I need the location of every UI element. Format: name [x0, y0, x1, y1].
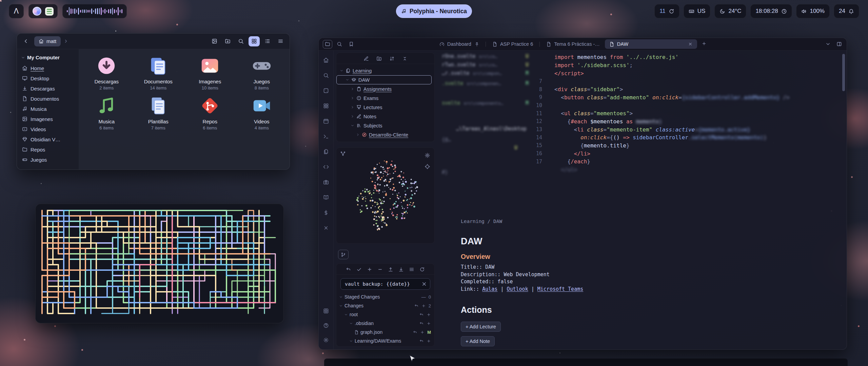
action-button-add-note[interactable]: + Add Note	[461, 336, 495, 346]
app-icon-2[interactable]	[45, 7, 54, 16]
ribbon-vault-icon[interactable]	[321, 306, 331, 316]
sidebar-item-obsidian-v[interactable]: Obsidian V…	[17, 134, 79, 144]
ribbon-grid-icon[interactable]	[321, 101, 331, 111]
weather-module[interactable]: 24°C	[714, 4, 746, 18]
git-plus-icon[interactable]	[367, 267, 372, 272]
discard-icon[interactable]	[419, 339, 424, 343]
tab-tema-6-pr-cticas[interactable]: Tema 6 Prácticas -…	[542, 39, 604, 49]
preview-button[interactable]	[209, 36, 220, 46]
git-minus-icon[interactable]	[377, 267, 383, 272]
notifications-module[interactable]: 24	[834, 4, 859, 18]
git-row-root[interactable]: root	[336, 310, 434, 319]
sidebar-toggle-search[interactable]	[335, 40, 344, 48]
sidebar-item-videos[interactable]: Videos	[17, 124, 79, 134]
ribbon-calendar-icon[interactable]	[321, 116, 331, 126]
ribbon-gear-icon[interactable]	[321, 335, 331, 345]
tree-item-lectures[interactable]: Lectures	[336, 103, 434, 112]
note-breadcrumb[interactable]: Learning / DAW	[461, 219, 583, 224]
explorer-sort-icon[interactable]	[389, 56, 395, 61]
sidebar-item-imagenes[interactable]: Imagenes	[17, 114, 79, 124]
discard-icon[interactable]	[413, 330, 417, 334]
tree-item-subjects[interactable]: Subjects	[336, 121, 434, 130]
action-button-add-lecture[interactable]: + Add Lecture	[461, 322, 501, 332]
stage-icon[interactable]	[427, 339, 431, 343]
git-row-changes[interactable]: Changes 2	[336, 301, 434, 310]
editor-scrollbar[interactable]	[842, 54, 845, 91]
volume-module[interactable]: 100%	[796, 4, 830, 18]
sidebar-toggle-bookmark[interactable]	[347, 40, 356, 48]
menu-button[interactable]	[275, 36, 286, 46]
git-branch-button[interactable]	[338, 250, 349, 259]
ribbon-dice-icon[interactable]	[321, 85, 331, 96]
tree-item-desarrollo-cliente[interactable]: Desarrollo-Cliente	[336, 130, 434, 139]
ribbon-home-icon[interactable]	[321, 55, 331, 65]
git-row-learning-daw-exams[interactable]: Learning/DAW/Exams	[336, 337, 434, 345]
git-row-graph-json[interactable]: graph.json M	[336, 328, 434, 337]
sidebar-item-repos[interactable]: Repos	[17, 144, 79, 155]
git-upload-icon[interactable]	[388, 267, 393, 272]
ribbon-book-open-icon[interactable]	[321, 192, 331, 203]
sidebar-item-desktop[interactable]: Desktop	[17, 73, 79, 83]
stage-icon[interactable]	[420, 330, 425, 334]
git-check-icon[interactable]	[356, 267, 362, 272]
git-refresh-icon[interactable]	[419, 267, 425, 272]
now-playing-widget[interactable]: Polyphia - Neurotica	[396, 4, 472, 18]
sidebar-item-documentos[interactable]: Documentos	[17, 94, 79, 104]
ribbon-terminal-icon[interactable]	[321, 131, 331, 142]
editor-pane[interactable]: rOne.sveltesrc\co… U rTwo.sveltesrc\co… …	[440, 50, 847, 349]
ribbon-dollar-icon[interactable]	[321, 207, 331, 218]
tab-asp-practice-6[interactable]: ASP Practice 6	[488, 39, 537, 49]
tree-item-learning[interactable]: Learning	[336, 66, 434, 75]
sidebar-item-home[interactable]: Home	[17, 63, 79, 73]
clock-module[interactable]: 18:08:28	[750, 4, 792, 18]
note-link-aulas[interactable]: Aulas	[482, 286, 497, 292]
git-download2-icon[interactable]	[398, 267, 404, 272]
explorer-pencil-icon[interactable]	[363, 56, 369, 61]
tree-item-notes[interactable]: Notes	[336, 112, 434, 121]
ribbon-camera-icon[interactable]	[321, 177, 331, 187]
graph-settings-icon[interactable]	[425, 152, 430, 158]
sidebar-header[interactable]: My Computer	[17, 52, 79, 63]
discard-icon[interactable]	[419, 312, 424, 317]
git-menu-icon[interactable]	[409, 267, 414, 272]
tree-item-daw[interactable]: DAW	[336, 75, 432, 84]
stage-icon[interactable]	[421, 304, 426, 308]
search-button[interactable]	[235, 36, 246, 46]
folder-item-juegos[interactable]: Juegos 8 items	[236, 53, 288, 90]
git-row-staged-changes[interactable]: Staged Changes — 0	[336, 292, 434, 301]
sidebar-toggle-folder[interactable]	[323, 40, 332, 48]
ribbon-help-icon[interactable]	[321, 320, 331, 331]
git-row-obsidian[interactable]: .obsidian	[336, 319, 434, 328]
grid-view-button[interactable]	[249, 36, 260, 46]
explorer-collapse-icon[interactable]	[402, 56, 408, 61]
commit-message-input[interactable]	[340, 278, 430, 290]
tab-list-dropdown-icon[interactable]	[825, 41, 831, 47]
new-tab-button[interactable]	[701, 40, 708, 48]
breadcrumb[interactable]: matt	[34, 36, 61, 46]
tab-daw[interactable]: DAW	[605, 39, 697, 49]
folder-item-musica[interactable]: Musica 6 items	[81, 93, 133, 130]
stage-icon[interactable]	[427, 321, 431, 326]
ribbon-search-icon[interactable]	[321, 70, 331, 81]
tree-item-assignments[interactable]: Assignments	[336, 84, 434, 94]
folder-item-repos[interactable]: Repos 6 items	[184, 93, 236, 130]
new-folder-button[interactable]	[222, 36, 233, 46]
discard-icon[interactable]	[419, 321, 424, 326]
discard-icon[interactable]	[414, 304, 419, 308]
back-button[interactable]	[20, 36, 32, 46]
launcher-button[interactable]: Λ	[9, 4, 24, 18]
graph-canvas[interactable]	[336, 148, 435, 243]
folder-item-imagenes[interactable]: Imagenes 10 items	[184, 53, 236, 90]
ribbon-close-icon[interactable]	[321, 223, 331, 233]
sidebar-item-juegos[interactable]: Juegos	[17, 155, 79, 165]
updates-module[interactable]: 11	[654, 4, 679, 18]
git-undo-icon[interactable]	[346, 267, 351, 272]
list-view-button[interactable]	[262, 36, 273, 46]
folder-item-plantillas[interactable]: Plantillas 7 items	[133, 93, 184, 130]
split-layout-icon[interactable]	[836, 41, 842, 47]
tree-item-exams[interactable]: Exams	[336, 94, 434, 103]
sidebar-item-descargas[interactable]: Descargas	[17, 83, 79, 94]
folder-item-descargas[interactable]: Descargas 2 items	[81, 53, 133, 90]
folder-item-documentos[interactable]: Documentos 14 items	[133, 53, 184, 90]
explorer-folder-plus-icon[interactable]	[376, 56, 382, 61]
